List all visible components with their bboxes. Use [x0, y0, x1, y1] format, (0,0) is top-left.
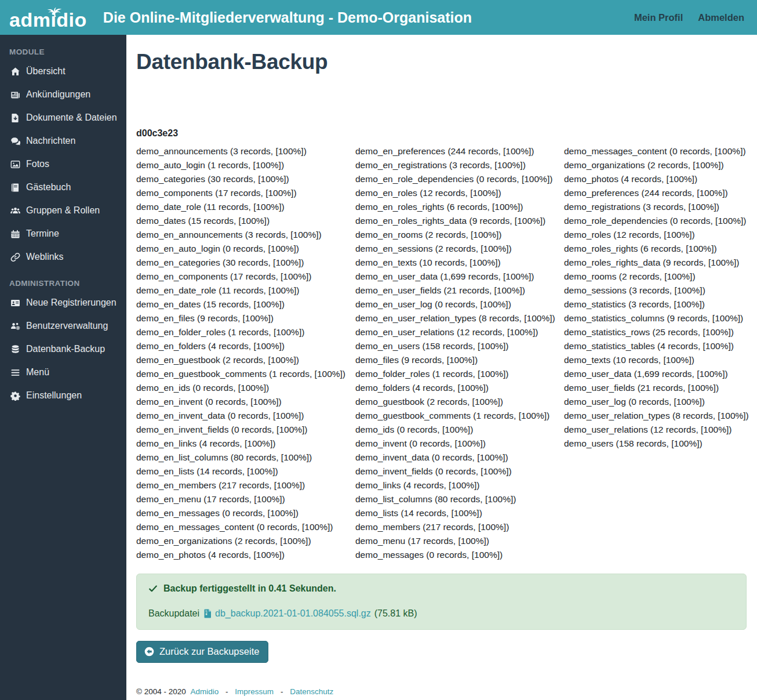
header-nav: Mein Profil Abmelden — [634, 12, 744, 23]
table-entry: demo_en_user_log (0 records, [100%]) — [355, 298, 564, 311]
nav-abmelden[interactable]: Abmelden — [698, 12, 744, 23]
table-entry: demo_user_log (0 records, [100%]) — [564, 395, 747, 409]
backup-file-link[interactable]: db_backup.2021-01-01.084055.sql.gz — [215, 608, 371, 619]
sidebar: MODULEÜbersichtAnkündigungenDokumente & … — [0, 35, 126, 700]
sidebar-item-gastebuch[interactable]: Gästebuch — [9, 176, 118, 199]
table-entry: demo_roles_rights (6 records, [100%]) — [564, 242, 747, 256]
calendar-icon — [9, 229, 21, 239]
table-entry: demo_en_files (9 records, [100%]) — [136, 311, 355, 325]
table-entry: demo_menu (17 records, [100%]) — [355, 534, 564, 548]
footer-separator: - — [281, 687, 283, 696]
table-entry: demo_en_photos (4 records, [100%]) — [136, 548, 355, 562]
footer-link-datenschutz[interactable]: Datenschutz — [290, 687, 333, 696]
table-entry: demo_en_role_dependencies (0 records, [1… — [355, 172, 564, 186]
table-entry: demo_en_list_columns (80 records, [100%]… — [136, 451, 355, 465]
sidebar-item-einstellungen[interactable]: Einstellungen — [9, 384, 118, 407]
table-entry: demo_roles_rights_data (9 records, [100%… — [564, 256, 747, 270]
table-list-column: demo_en_preferences (244 records, [100%]… — [355, 144, 564, 562]
table-entry: demo_files (9 records, [100%]) — [355, 353, 564, 367]
table-entry: demo_en_ids (0 records, [100%]) — [136, 381, 355, 395]
sidebar-item-label: Nachrichten — [26, 136, 75, 146]
backup-file-label: Backupdatei — [148, 608, 199, 619]
table-entry: demo_invent (0 records, [100%]) — [355, 437, 564, 451]
sidebar-item-gruppen-rollen[interactable]: Gruppen & Rollen — [9, 199, 118, 222]
footer-link-impressum[interactable]: Impressum — [235, 687, 274, 696]
table-entry: demo_texts (10 records, [100%]) — [564, 353, 747, 367]
table-entry: demo_en_links (4 records, [100%]) — [136, 437, 355, 451]
back-button-label: Zurück zur Backupseite — [159, 646, 259, 657]
image-icon — [9, 159, 21, 169]
file-download-icon — [9, 113, 21, 123]
backup-success-alert: Backup fertiggestellt in 0.41 Sekunden. … — [136, 574, 747, 630]
main-content: Datenbank-Backup d00c3e23 demo_announcem… — [126, 35, 757, 700]
table-entry: demo_lists (14 records, [100%]) — [355, 506, 564, 520]
sidebar-item-label: Termine — [26, 229, 59, 239]
table-entry: demo_sessions (3 records, [100%]) — [564, 284, 747, 298]
footer-link-admidio[interactable]: Admidio — [191, 687, 219, 696]
table-entry: demo_en_roles (12 records, [100%]) — [355, 186, 564, 200]
backup-file-size: (75.81 kB) — [374, 608, 417, 619]
sidebar-item-ubersicht[interactable]: Übersicht — [9, 60, 118, 83]
table-entry: demo_folders (4 records, [100%]) — [355, 381, 564, 395]
table-entry: demo_en_registrations (3 records, [100%]… — [355, 158, 564, 172]
table-entry: demo_en_user_relations (12 records, [100… — [355, 325, 564, 339]
sidebar-item-label: Neue Registrierungen — [26, 298, 117, 308]
table-entry: demo_en_user_fields (21 records, [100%]) — [355, 284, 564, 298]
table-entry: demo_en_date_role (11 records, [100%]) — [136, 284, 355, 298]
table-entry: demo_en_roles_rights_data (9 records, [1… — [355, 214, 564, 228]
home-icon — [9, 67, 21, 77]
sidebar-item-menu[interactable]: Menü — [9, 361, 118, 384]
sidebar-item-label: Gruppen & Rollen — [26, 205, 100, 216]
file-archive-icon — [204, 609, 212, 618]
sidebar-item-dokumente-dateien[interactable]: Dokumente & Dateien — [9, 106, 118, 129]
sidebar-item-nachrichten[interactable]: Nachrichten — [9, 129, 118, 153]
sidebar-item-label: Gästebuch — [26, 182, 71, 193]
table-entry: demo_preferences (244 records, [100%]) — [564, 186, 747, 200]
sidebar-item-datenbank-backup[interactable]: Datenbank-Backup — [9, 338, 118, 361]
table-list-column: demo_announcements (3 records, [100%])de… — [136, 144, 355, 562]
sidebar-item-label: Ankündigungen — [26, 89, 90, 100]
table-entry: demo_user_data (1,699 records, [100%]) — [564, 367, 747, 381]
table-entry: demo_components (17 records, [100%]) — [136, 186, 355, 200]
table-entry: demo_messages_content (0 records, [100%]… — [564, 144, 747, 158]
table-entry: demo_en_user_relation_types (8 records, … — [355, 311, 564, 325]
table-entry: demo_categories (30 records, [100%]) — [136, 172, 355, 186]
table-entry: demo_en_folders (4 records, [100%]) — [136, 339, 355, 353]
sidebar-item-fotos[interactable]: Fotos — [9, 153, 118, 176]
table-entry: demo_user_relation_types (8 records, [10… — [564, 409, 747, 423]
table-entry: demo_statistics (3 records, [100%]) — [564, 298, 747, 311]
book-icon — [9, 183, 21, 193]
table-entry: demo_en_members (217 records, [100%]) — [136, 478, 355, 492]
app-logo[interactable]: admidio — [9, 5, 87, 30]
sidebar-item-label: Fotos — [26, 159, 49, 169]
sidebar-item-benutzerverwaltung[interactable]: Benutzerverwaltung — [9, 314, 118, 338]
sidebar-item-ankundigungen[interactable]: Ankündigungen — [9, 83, 118, 106]
bars-icon — [9, 368, 21, 378]
table-entry: demo_date_role (11 records, [100%]) — [136, 200, 355, 214]
nav-mein-profil[interactable]: Mein Profil — [634, 12, 683, 23]
back-to-backup-button[interactable]: Zurück zur Backupseite — [136, 641, 268, 663]
table-entry: demo_links (4 records, [100%]) — [355, 478, 564, 492]
alert-message: Backup fertiggestellt in 0.41 Sekunden. — [163, 583, 336, 594]
table-entry: demo_statistics_columns (9 records, [100… — [564, 311, 747, 325]
users-cog-icon — [9, 321, 21, 331]
sidebar-item-label: Menü — [26, 367, 49, 378]
table-entry: demo_guestbook (2 records, [100%]) — [355, 395, 564, 409]
table-entry: demo_roles (12 records, [100%]) — [564, 228, 747, 242]
table-entry: demo_auto_login (1 records, [100%]) — [136, 158, 355, 172]
sidebar-item-neue-registrierungen[interactable]: Neue Registrierungen — [9, 291, 118, 314]
users-icon — [9, 206, 21, 216]
table-list: demo_announcements (3 records, [100%])de… — [136, 144, 747, 562]
table-entry: demo_en_guestbook_comments (1 records, [… — [136, 367, 355, 381]
table-entry: demo_en_invent_fields (0 records, [100%]… — [136, 423, 355, 437]
table-entry: demo_en_dates (15 records, [100%]) — [136, 298, 355, 311]
table-entry: demo_en_users (158 records, [100%]) — [355, 339, 564, 353]
sidebar-item-termine[interactable]: Termine — [9, 222, 118, 245]
sidebar-item-weblinks[interactable]: Weblinks — [9, 245, 118, 269]
table-entry: demo_members (217 records, [100%]) — [355, 520, 564, 534]
table-entry: demo_en_menu (17 records, [100%]) — [136, 492, 355, 506]
table-entry: demo_en_folder_roles (1 records, [100%]) — [136, 325, 355, 339]
table-entry: demo_role_dependencies (0 records, [100%… — [564, 214, 747, 228]
sidebar-item-label: Übersicht — [26, 66, 65, 77]
footer-separator: - — [225, 687, 228, 696]
